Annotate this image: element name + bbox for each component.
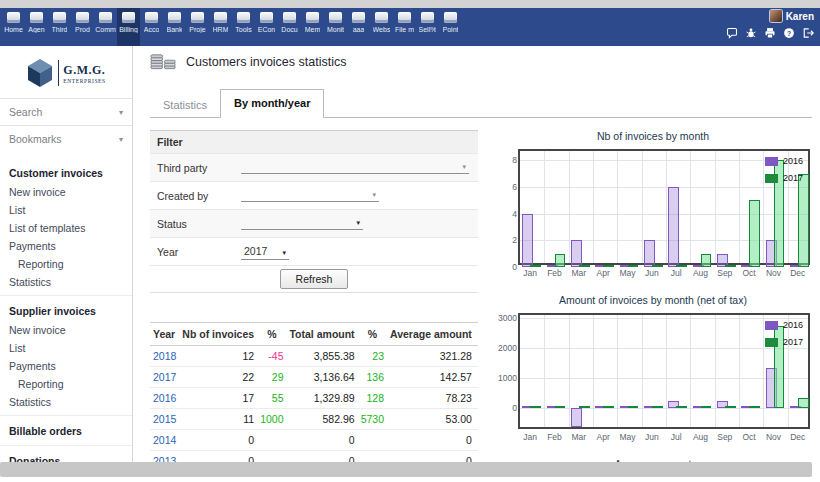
sidebar-item-statistics[interactable]: Statistics <box>0 393 132 411</box>
filter-select-third-party[interactable]: ▾ <box>241 161 469 174</box>
sidebar-item-list[interactable]: List <box>0 201 132 219</box>
filter-select-created-by[interactable]: ▾ <box>241 189 379 202</box>
x-axis-tick-label: Jun <box>640 432 664 442</box>
top-menu-tools[interactable]: Tools <box>232 8 255 46</box>
chat-icon[interactable] <box>726 25 738 37</box>
year-link[interactable]: 2018 <box>153 350 176 362</box>
value-cell: 321.28 <box>387 346 475 367</box>
chart-bar-2017-feb <box>555 254 566 267</box>
tab-statistics[interactable]: Statistics <box>150 92 220 118</box>
sidebar-item-list[interactable]: List <box>0 339 132 357</box>
gridline <box>642 151 643 263</box>
value-cell: 0 <box>179 430 257 451</box>
year-link[interactable]: 2017 <box>153 371 176 383</box>
y-axis-tick-label: 1000 <box>490 373 517 383</box>
filter-select-year[interactable]: 2017▾ <box>241 243 289 260</box>
x-axis-labels: JanFebMarAprMayJunJulAugSepOctNovDec <box>518 268 810 278</box>
top-menu-bank[interactable]: Bank <box>163 8 186 46</box>
top-menu-home[interactable]: Home <box>2 8 25 46</box>
help-icon[interactable]: ? <box>783 25 795 37</box>
top-menu-point[interactable]: Point <box>439 8 462 46</box>
filter-and-table-column: Filter Third party▾Created by▾Status▾Yea… <box>150 130 478 470</box>
top-menu-comm[interactable]: Comm <box>94 8 117 46</box>
top-menu-label: Mem <box>305 26 321 33</box>
topbar-right: Karen ? <box>726 10 814 37</box>
filter-label: Year <box>157 246 241 258</box>
table-header: Average amount <box>387 323 475 346</box>
horizontal-scrollbar[interactable] <box>0 462 812 477</box>
value-cell: 0 <box>387 430 475 451</box>
top-menu-mem[interactable]: Mem <box>301 8 324 46</box>
sidebar-section-supplier-invoices[interactable]: Supplier invoices <box>0 296 132 321</box>
window-top-strip <box>0 0 820 8</box>
top-menu-billing[interactable]: Billing <box>117 8 140 46</box>
sidebar-item-new-invoice[interactable]: New invoice <box>0 321 132 339</box>
top-menu-file-m[interactable]: File m <box>393 8 416 46</box>
monitoring-icon <box>329 12 342 23</box>
value-cell: 128 <box>358 388 387 409</box>
page-header: Customers invoices statistics <box>150 53 346 71</box>
chart-bar-2016-mar <box>571 240 582 267</box>
legend-swatch <box>765 321 778 330</box>
top-menu-label: Docu <box>281 26 297 33</box>
top-menu-third[interactable]: Third <box>48 8 71 46</box>
year-link[interactable]: 2016 <box>153 392 176 404</box>
bookmarks-dropdown[interactable]: Bookmarks ▾ <box>0 125 132 152</box>
filter-row: Created by▾ <box>150 181 478 209</box>
sidebar-item-statistics[interactable]: Statistics <box>0 273 132 291</box>
top-menu-hrm[interactable]: HRM <box>209 8 232 46</box>
y-axis-tick-label: 4 <box>490 209 517 219</box>
sidebar-item-reporting[interactable]: Reporting <box>0 255 132 273</box>
user-menu[interactable]: Karen <box>726 10 814 22</box>
top-menu-prod[interactable]: Prod <box>71 8 94 46</box>
top-menu-webs[interactable]: Webs <box>370 8 393 46</box>
chart-title: Amount of invoices by month (net of tax) <box>492 294 814 306</box>
top-menu-sell-[interactable]: Sell% <box>416 8 439 46</box>
top-menu-label: Tools <box>235 26 251 33</box>
table-header: Year <box>150 323 179 346</box>
bug-icon[interactable] <box>745 25 757 37</box>
top-menu-label: Bank <box>167 26 183 33</box>
top-menu-aaa[interactable]: aaa <box>347 8 370 46</box>
search-dropdown[interactable]: Search ▾ <box>0 98 132 125</box>
sidebar-item-payments[interactable]: Payments <box>0 237 132 255</box>
top-menu-label: HRM <box>213 26 229 33</box>
table-header: Nb of invoices <box>179 323 257 346</box>
year-cell: 2018 <box>150 346 179 367</box>
x-axis-tick-label: Nov <box>761 268 785 278</box>
value-cell: 142.57 <box>387 367 475 388</box>
filter-row: Year2017▾ <box>150 237 478 265</box>
top-menu-label: Prod <box>75 26 90 33</box>
top-menu-monit[interactable]: Monit <box>324 8 347 46</box>
logout-icon[interactable] <box>802 25 814 37</box>
svg-text:?: ? <box>787 30 791 37</box>
top-menu-acco[interactable]: Acco <box>140 8 163 46</box>
year-link[interactable]: 2015 <box>153 413 176 425</box>
sidebar-section-billable-orders[interactable]: Billable orders <box>0 416 132 441</box>
chart-bar-2017-jan <box>530 265 541 267</box>
value-cell <box>257 430 286 451</box>
hrm-icon <box>214 12 227 23</box>
x-axis-tick-label: Jul <box>664 268 688 278</box>
year-link[interactable]: 2014 <box>153 434 176 446</box>
sidebar-item-new-invoice[interactable]: New invoice <box>0 183 132 201</box>
sidebar-item-reporting[interactable]: Reporting <box>0 375 132 393</box>
table-header: % <box>358 323 387 346</box>
x-axis-tick-label: Dec <box>786 268 810 278</box>
gridline <box>520 408 808 409</box>
table-header: Total amount <box>286 323 357 346</box>
sidebar-item-payments[interactable]: Payments <box>0 357 132 375</box>
top-menu-docu[interactable]: Docu <box>278 8 301 46</box>
value-cell: 78.23 <box>387 388 475 409</box>
print-icon[interactable] <box>764 25 776 37</box>
tab-by-month-year[interactable]: By month/year <box>220 89 324 118</box>
top-menu-proje[interactable]: Proje <box>186 8 209 46</box>
value-cell: -45 <box>257 346 286 367</box>
top-menu-econ[interactable]: ECon <box>255 8 278 46</box>
refresh-button[interactable]: Refresh <box>280 269 349 289</box>
filter-select-status[interactable]: ▾ <box>241 217 363 230</box>
sidebar-item-list-of-templates[interactable]: List of templates <box>0 219 132 237</box>
sidebar-section-customer-invoices[interactable]: Customer invoices <box>0 158 132 183</box>
top-menu-agen[interactable]: Agen <box>25 8 48 46</box>
home-icon <box>7 12 20 23</box>
